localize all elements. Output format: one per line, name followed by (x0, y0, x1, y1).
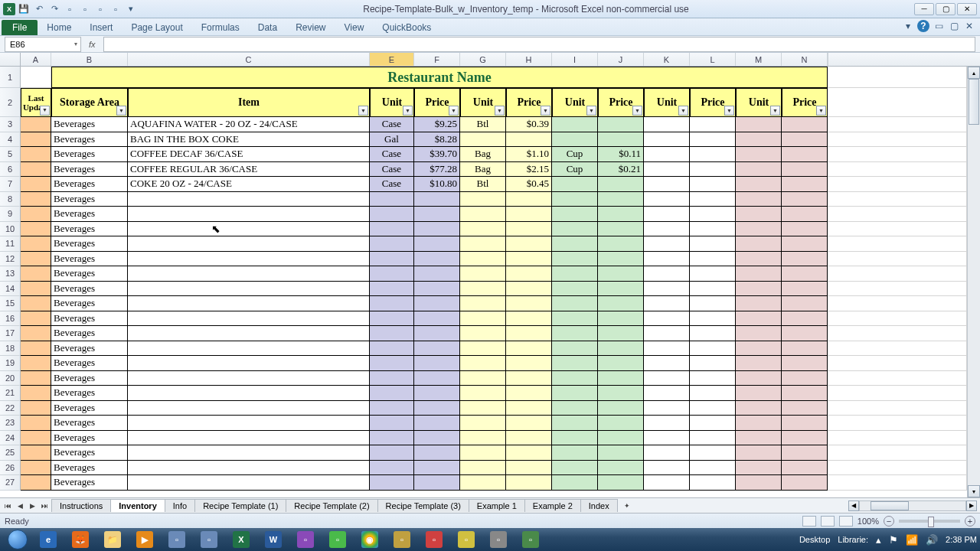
undo-icon[interactable]: ↶ (32, 2, 46, 16)
row-header-5[interactable]: 5 (0, 147, 21, 162)
cell-storage-area[interactable]: Beverages (51, 222, 128, 237)
filter-dropdown-icon[interactable]: ▼ (403, 106, 413, 116)
cell-unit[interactable] (460, 341, 506, 357)
filter-dropdown-icon[interactable]: ▼ (541, 106, 550, 116)
cell-unit[interactable]: Cup (552, 147, 598, 162)
cell[interactable] (828, 445, 967, 461)
task-icon[interactable]: ▫ (387, 530, 417, 549)
excel-taskbar-icon[interactable]: X (226, 530, 256, 549)
normal-view-button[interactable] (802, 516, 816, 527)
cell-unit[interactable] (552, 445, 598, 461)
cell-item[interactable]: COFFEE REGULAR 36/CASE (128, 162, 370, 178)
cell[interactable] (828, 117, 967, 132)
column-header-E[interactable]: E (370, 53, 414, 66)
cell-price[interactable] (598, 296, 644, 311)
cell-price[interactable] (782, 132, 828, 148)
cell-price[interactable] (506, 192, 552, 207)
cell-last-update[interactable] (21, 311, 51, 327)
page-break-view-button[interactable] (839, 516, 853, 527)
sheet-tab-info[interactable]: Info (165, 499, 195, 512)
cell-unit[interactable] (644, 282, 690, 297)
cell[interactable] (828, 147, 967, 162)
task-icon[interactable]: ▫ (194, 530, 224, 549)
cell-unit[interactable]: Btl (460, 117, 506, 132)
zoom-slider[interactable] (899, 520, 960, 523)
cell-price[interactable] (414, 296, 460, 311)
close-button[interactable]: ✕ (957, 3, 977, 15)
cell-unit[interactable] (460, 311, 506, 327)
cell-item[interactable] (128, 356, 370, 371)
cell-storage-area[interactable]: Beverages (51, 475, 128, 491)
cell-unit[interactable] (370, 266, 414, 282)
cell-price[interactable] (690, 266, 736, 282)
cell-unit[interactable] (644, 341, 690, 357)
cell-unit[interactable] (370, 371, 414, 386)
cell-unit[interactable] (736, 431, 782, 446)
cell-unit[interactable] (736, 416, 782, 431)
cell-price[interactable] (598, 401, 644, 416)
cell[interactable] (828, 356, 967, 371)
cell-price[interactable] (690, 177, 736, 192)
cell-price[interactable] (598, 356, 644, 371)
cell-unit[interactable] (736, 222, 782, 237)
task-icon[interactable]: ▫ (483, 530, 514, 549)
filter-dropdown-icon[interactable]: ▼ (40, 106, 50, 116)
cell[interactable] (828, 401, 967, 416)
cell-price[interactable]: $10.80 (414, 177, 460, 192)
cell-price[interactable] (414, 222, 460, 237)
sheet-tab-example-2[interactable]: Example 2 (524, 499, 581, 512)
sheet-tab-example-1[interactable]: Example 1 (469, 499, 525, 512)
cell-storage-area[interactable]: Beverages (51, 117, 128, 132)
row-header-19[interactable]: 19 (0, 356, 21, 371)
row-header-12[interactable]: 12 (0, 252, 21, 267)
sheet-title[interactable]: Restaurant Name (51, 67, 828, 88)
cell-price[interactable] (414, 236, 460, 252)
cell-unit[interactable] (736, 132, 782, 148)
row-header-11[interactable]: 11 (0, 236, 21, 252)
cell-unit[interactable] (552, 356, 598, 371)
row-header-21[interactable]: 21 (0, 386, 21, 401)
sheet-nav-next-icon[interactable]: ▶ (26, 500, 38, 512)
explorer-icon[interactable]: 📁 (97, 530, 128, 549)
row-header-1[interactable]: 1 (0, 67, 21, 88)
cell-item[interactable] (128, 326, 370, 341)
cell[interactable] (828, 386, 967, 401)
cell[interactable] (828, 431, 967, 446)
cell-item[interactable]: AQUAFINA WATER - 20 OZ - 24/CASE (128, 117, 370, 132)
cell[interactable] (828, 222, 967, 237)
cell-unit[interactable] (552, 475, 598, 491)
cell-unit[interactable] (736, 207, 782, 222)
cell-unit[interactable] (644, 177, 690, 192)
cell-last-update[interactable] (21, 431, 51, 446)
cell-price[interactable] (690, 431, 736, 446)
cell-unit[interactable] (736, 356, 782, 371)
filter-dropdown-icon[interactable]: ▼ (586, 106, 596, 116)
cell-unit[interactable] (552, 461, 598, 476)
cell-price[interactable] (782, 177, 828, 192)
column-header-K[interactable]: K (644, 53, 690, 66)
cell-price[interactable] (506, 475, 552, 491)
cell[interactable] (828, 236, 967, 252)
cell-price[interactable] (598, 222, 644, 237)
cell-price[interactable] (506, 222, 552, 237)
cell-storage-area[interactable]: Beverages (51, 266, 128, 282)
cell-item[interactable]: COFFEE DECAF 36/CASE (128, 147, 370, 162)
cell-price[interactable] (414, 266, 460, 282)
cell-storage-area[interactable]: Beverages (51, 177, 128, 192)
cell-storage-area[interactable]: Beverages (51, 431, 128, 446)
cell-price[interactable] (690, 371, 736, 386)
cell-unit[interactable] (552, 341, 598, 357)
cell-price[interactable] (414, 371, 460, 386)
cell-unit[interactable] (644, 416, 690, 431)
cell-price[interactable] (598, 445, 644, 461)
cell-unit[interactable] (370, 296, 414, 311)
task-icon[interactable]: ▫ (322, 530, 353, 549)
column-header-L[interactable]: L (690, 53, 736, 66)
cell-unit[interactable]: Cup (552, 162, 598, 178)
cell-item[interactable] (128, 386, 370, 401)
cell-unit[interactable] (736, 252, 782, 267)
cell-unit[interactable] (552, 386, 598, 401)
cell-price[interactable] (782, 445, 828, 461)
cell-price[interactable] (598, 252, 644, 267)
cell-unit[interactable] (460, 326, 506, 341)
